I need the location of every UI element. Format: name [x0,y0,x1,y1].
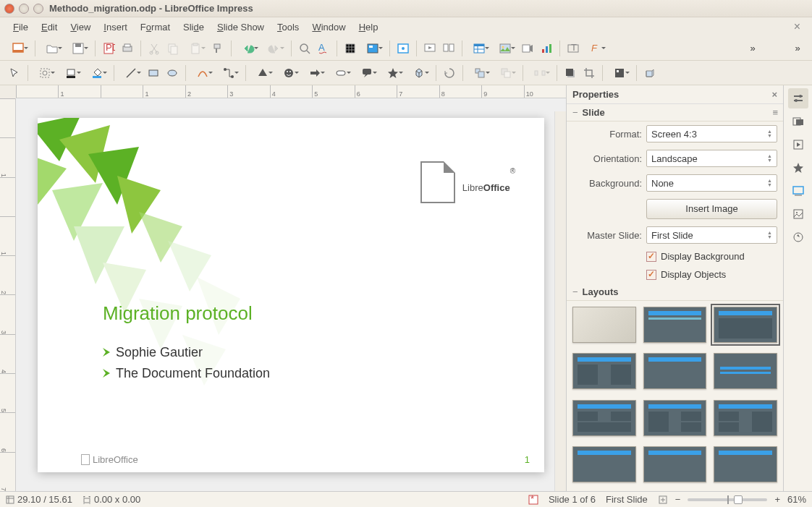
layout-title-content[interactable] [714,307,777,343]
menu-insert[interactable]: Insert [98,20,133,35]
layout-3col[interactable] [643,400,707,436]
fill-color-button[interactable] [85,64,109,82]
star-tool[interactable] [381,64,405,82]
close-window-button[interactable] [4,4,14,14]
media-button[interactable] [519,40,536,57]
tab-gallery[interactable] [788,204,808,224]
section-layouts-header[interactable]: Layouts [567,284,783,301]
tab-animation[interactable] [788,135,808,155]
select-tool[interactable] [6,64,23,82]
menu-view[interactable]: View [64,20,96,35]
table-button[interactable] [467,40,491,57]
layout-variant[interactable] [714,400,777,436]
textbox-button[interactable]: T [564,40,582,57]
rotate-tool[interactable] [441,64,458,82]
slide-bullet[interactable]: The Document Foundation [103,363,270,384]
zoom-tool[interactable] [33,64,57,82]
arrange-tool[interactable] [494,64,518,82]
menu-slide[interactable]: Slide [177,20,210,35]
symbol-shapes-tool[interactable] [276,64,301,82]
print-button[interactable] [119,40,136,57]
start-current-button[interactable] [440,40,457,57]
redo-button[interactable] [262,40,287,57]
section-menu-icon[interactable]: ≡ [772,107,777,118]
orientation-select[interactable]: Landscape▲▼ [646,150,777,167]
slide-canvas[interactable]: LibreOffice® Migration protocol Sophie G… [16,98,566,491]
maximize-window-button[interactable] [33,4,43,14]
menu-tools[interactable]: Tools [271,20,305,35]
master-slide-button[interactable] [394,40,412,57]
zoom-out-button[interactable]: − [675,494,681,505]
tab-navigator[interactable] [788,227,808,247]
flowchart-tool[interactable] [329,64,353,82]
spellcheck-button[interactable]: A [315,40,332,57]
menu-help[interactable]: Help [353,20,384,35]
slide-title[interactable]: Migration protocol [103,302,253,325]
undo-button[interactable] [236,40,261,57]
menu-slideshow[interactable]: Slide Show [211,20,270,35]
clone-format-button[interactable] [209,40,227,57]
layout-row2[interactable] [643,446,707,482]
zoom-in-button[interactable]: + [774,494,780,505]
distribute-tool[interactable] [528,64,552,82]
display-objects-checkbox[interactable] [646,270,656,280]
find-button[interactable] [296,40,313,57]
display-views-button[interactable] [360,40,385,57]
menu-window[interactable]: Window [306,20,351,35]
layout-row3[interactable] [714,446,777,482]
master-select[interactable]: First Slide▲▼ [646,226,777,244]
callout-tool[interactable] [355,64,379,82]
slide-bullet-list[interactable]: Sophie Gautier The Document Foundation [103,342,270,384]
crop-button[interactable] [580,64,598,82]
shadow-button[interactable] [562,64,579,82]
fontwork-button[interactable]: F [583,40,608,57]
grid-button[interactable] [342,40,359,57]
background-select[interactable]: None▲▼ [646,174,777,192]
menu-format[interactable]: Format [135,20,176,35]
vertical-scrollbar[interactable] [554,111,566,491]
tab-properties[interactable] [788,88,808,108]
layout-title[interactable] [643,307,707,343]
section-slide-header[interactable]: Slide≡ [567,104,783,122]
insert-image-button[interactable]: Insert Image [646,199,777,219]
toolbar-more-button[interactable]: » [789,40,806,57]
save-button[interactable] [66,40,90,57]
format-select[interactable]: Screen 4:3▲▼ [646,125,777,142]
menu-edit[interactable]: Edit [35,20,63,35]
layout-centered[interactable] [714,353,777,389]
status-save-icon[interactable]: * [528,495,538,505]
menu-file[interactable]: File [7,20,34,35]
fit-page-button[interactable] [658,495,668,505]
slide[interactable]: LibreOffice® Migration protocol Sophie G… [38,118,544,472]
extrusion-button[interactable] [641,64,659,82]
arrow-shapes-tool[interactable] [303,64,327,82]
zoom-level[interactable]: 61% [787,494,806,505]
curve-tool[interactable] [190,64,215,82]
copy-button[interactable] [164,40,182,57]
ellipse-tool[interactable] [164,64,181,82]
toolbar-overflow-button[interactable]: » [744,40,761,57]
slide-bullet[interactable]: Sophie Gautier [103,342,270,363]
layout-blank[interactable] [572,307,636,343]
start-slideshow-button[interactable] [421,40,439,57]
filter-button[interactable] [607,64,632,82]
layout-row[interactable] [572,446,636,482]
tab-styles[interactable] [788,181,808,201]
layout-title-only[interactable] [643,353,707,389]
open-button[interactable] [40,40,64,57]
horizontal-ruler[interactable]: 112345678910 [16,85,566,98]
new-button[interactable] [6,40,30,57]
image-button[interactable] [493,40,517,57]
cut-button[interactable] [145,40,163,57]
line-tool[interactable] [119,64,143,82]
chart-button[interactable] [538,40,555,57]
line-color-button[interactable] [59,64,83,82]
menubar-close-icon[interactable]: × [790,20,805,33]
tab-master-slides[interactable] [788,158,808,178]
minimize-window-button[interactable] [19,4,29,14]
rect-tool[interactable] [145,64,162,82]
basic-shapes-tool[interactable] [250,64,275,82]
panel-close-icon[interactable]: × [771,89,777,100]
display-background-checkbox[interactable] [646,252,656,262]
layout-2x2[interactable] [572,400,636,436]
